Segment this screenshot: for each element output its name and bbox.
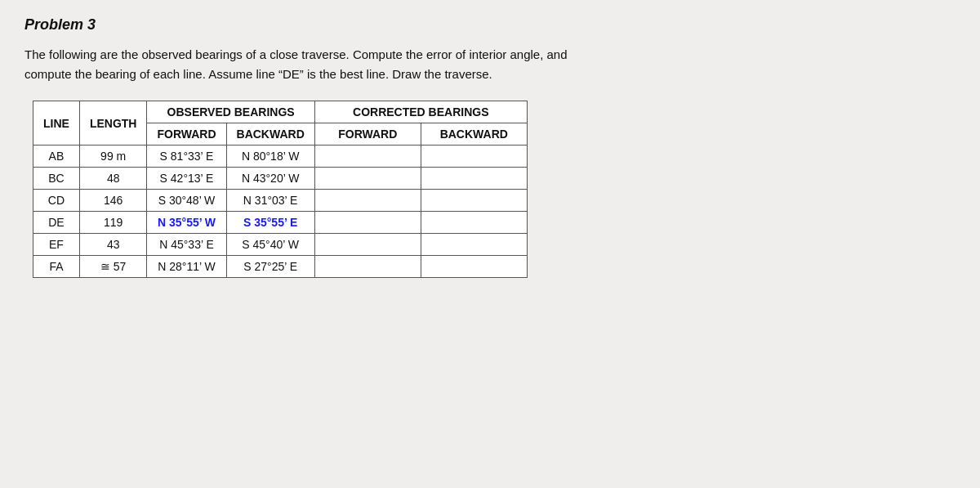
cell-length-2: 146 [79, 190, 147, 212]
cell-line-2: CD [33, 190, 80, 212]
cell-backward-3: S 35°55’ E [226, 212, 314, 234]
col-header-forward: FORWARD [147, 123, 226, 146]
cell-forward-4: N 45°33’ E [147, 234, 226, 256]
bearings-table: LINE LENGTH OBSERVED BEARINGS CORRECTED … [33, 101, 528, 278]
cell-backward-1: N 43°20’ W [226, 168, 314, 190]
col-header-length: LENGTH [79, 101, 147, 146]
cell-forward-5: N 28°11’ W [147, 256, 226, 278]
cell-line-0: AB [33, 146, 80, 168]
problem-description: The following are the observed bearings … [24, 45, 923, 84]
cell-backward-2: N 31°03’ E [226, 190, 314, 212]
cell-corrected-backward-0 [421, 146, 527, 168]
description-line1: The following are the observed bearings … [24, 47, 568, 61]
cell-backward-0: N 80°18’ W [226, 146, 314, 168]
cell-length-0: 99 m [79, 146, 147, 168]
description-line2: compute the bearing of each line. Assume… [24, 67, 492, 81]
cell-length-4: 43 [79, 234, 147, 256]
cell-corrected-backward-3 [421, 212, 527, 234]
col-header-fwd-corr: FORWARD [314, 123, 421, 146]
col-header-observed: OBSERVED BEARINGS [147, 101, 314, 123]
cell-corrected-backward-4 [421, 234, 527, 256]
col-header-backward: BACKWARD [226, 123, 314, 146]
col-header-line: LINE [33, 101, 80, 146]
cell-corrected-forward-4 [314, 234, 421, 256]
col-header-bwd-corr: BACKWARD [421, 123, 527, 146]
cell-length-1: 48 [79, 168, 147, 190]
problem-title: Problem 3 [24, 16, 956, 34]
cell-backward-5: S 27°25’ E [226, 256, 314, 278]
cell-forward-3: N 35°55’ W [147, 212, 226, 234]
cell-forward-0: S 81°33’ E [147, 146, 226, 168]
cell-line-1: BC [33, 168, 80, 190]
cell-corrected-backward-2 [421, 190, 527, 212]
cell-corrected-backward-5 [421, 256, 527, 278]
cell-length-3: 119 [79, 212, 147, 234]
cell-corrected-forward-2 [314, 190, 421, 212]
cell-forward-1: S 42°13’ E [147, 168, 226, 190]
cell-corrected-forward-0 [314, 146, 421, 168]
cell-line-3: DE [33, 212, 80, 234]
cell-forward-2: S 30°48’ W [147, 190, 226, 212]
cell-corrected-forward-3 [314, 212, 421, 234]
cell-corrected-forward-5 [314, 256, 421, 278]
cell-backward-4: S 45°40’ W [226, 234, 314, 256]
cell-length-5: ≅ 57 [79, 256, 147, 278]
col-header-corrected: CORRECTED BEARINGS [314, 101, 527, 123]
cell-line-4: EF [33, 234, 80, 256]
cell-line-5: FA [33, 256, 80, 278]
table-container: LINE LENGTH OBSERVED BEARINGS CORRECTED … [33, 101, 956, 278]
cell-corrected-backward-1 [421, 168, 527, 190]
cell-corrected-forward-1 [314, 168, 421, 190]
